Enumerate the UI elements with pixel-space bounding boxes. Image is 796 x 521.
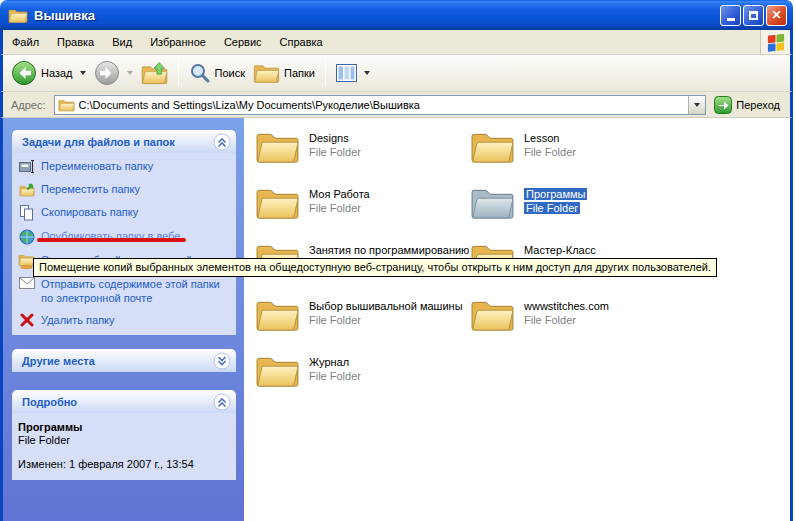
address-input[interactable] [79,97,689,113]
task-publish-folder-web[interactable]: Опубликовать папку в вебе [18,229,232,245]
red-annotation-underline [37,238,186,242]
task-delete-folder[interactable]: Удалить папку [18,313,232,327]
folder-tile[interactable]: Моя РаботаFile Folder [255,184,470,240]
folder-tile[interactable]: DesignsFile Folder [255,128,470,184]
panel-file-tasks: Задачи для файлов и папок Переименовать … [12,130,236,335]
maximize-icon [749,11,758,20]
panel-details-header[interactable]: Подробно [12,390,236,413]
up-button[interactable] [137,58,172,88]
folder-name: Lesson [524,131,576,145]
address-dropdown-button[interactable] [688,96,705,114]
folder-icon-selected [470,184,515,221]
minimize-button[interactable] [720,5,741,26]
panel-title: Другие места [22,355,95,367]
windows-logo [760,30,790,54]
task-label[interactable]: Переименовать папку [41,159,153,173]
folder-name: Мастер-Класс [524,243,596,257]
task-rename-folder[interactable]: Переименовать папку [18,159,232,174]
folder-name: Моя Работа [309,187,370,201]
forward-dropdown-icon[interactable] [127,71,133,75]
folder-icon [255,128,300,165]
views-button[interactable] [332,61,374,85]
menu-view[interactable]: Вид [103,32,141,52]
tooltip: Помещение копий выбранных элементов на о… [33,258,717,277]
file-list-area[interactable]: DesignsFile Folder LessonFile Folder Моя… [244,118,790,521]
views-dropdown-icon[interactable] [364,71,370,75]
back-dropdown-icon[interactable] [80,71,86,75]
menu-favorites[interactable]: Избранное [141,32,215,52]
folder-name: Занятия по программированию [309,243,469,257]
chevron-up-icon[interactable] [213,393,231,411]
menu-file[interactable]: Файл [3,32,48,52]
views-icon [336,64,357,82]
task-label[interactable]: Переместить папку [41,182,140,196]
folders-button[interactable]: Папки [249,59,319,87]
email-icon [18,277,35,289]
menu-tools[interactable]: Сервис [215,32,271,52]
menu-help[interactable]: Справка [271,32,332,52]
back-icon [11,60,37,86]
panel-details: Подробно Программы File Folder Изменен: … [12,390,236,480]
forward-button[interactable] [90,57,137,89]
menu-edit[interactable]: Правка [48,32,103,52]
minimize-icon [727,18,735,21]
folder-type: File Folder [524,145,576,159]
folder-icon [470,296,515,333]
folder-tile[interactable]: wwwstitches.comFile Folder [470,296,685,352]
panel-file-tasks-header[interactable]: Задачи для файлов и папок [12,130,236,153]
folder-icon [470,128,515,165]
folder-icon [255,184,300,221]
folder-tile-selected[interactable]: ПрограммыFile Folder [470,184,685,240]
publish-web-icon [18,229,35,245]
folder-name: Программы [524,188,587,200]
address-box[interactable] [54,95,707,115]
folder-tile[interactable]: Выбор вышивальной машиныFile Folder [255,296,470,352]
go-button[interactable]: Переход [710,95,786,115]
panel-other-places-header[interactable]: Другие места [12,349,236,372]
panel-file-tasks-body: Переименовать папку Переместить папку Ск… [12,153,236,335]
folder-type: File Folder [309,369,361,383]
explorer-window: Вышивка ✕ Файл Правка Вид Избранное Серв… [0,0,793,521]
folder-type: File Folder [309,201,370,215]
task-copy-folder[interactable]: Скопировать папку [18,205,232,221]
close-icon: ✕ [771,9,781,21]
forward-icon [94,60,120,86]
search-button[interactable]: Поиск [185,59,249,87]
maximize-button[interactable] [743,5,764,26]
task-label[interactable]: Удалить папку [41,313,115,327]
rename-folder-icon [18,159,35,174]
task-move-folder[interactable]: Переместить папку [18,182,232,197]
folder-tile[interactable]: ЖурналFile Folder [255,352,470,408]
panel-title: Подробно [22,396,77,408]
task-label[interactable]: Отправить содержимое этой папки по элект… [41,277,232,305]
folder-icon [255,352,300,389]
address-bar: Адрес: Переход [0,92,793,118]
back-button[interactable]: Назад [7,57,90,89]
chevron-down-icon[interactable] [213,352,231,370]
details-modified: Изменен: 1 февраля 2007 г., 13:54 [18,458,230,470]
copy-folder-icon [18,205,35,221]
screen: Вышивка ✕ Файл Правка Вид Избранное Серв… [0,0,796,521]
title-bar[interactable]: Вышивка ✕ [0,0,793,30]
go-label: Переход [736,99,780,111]
back-label: Назад [41,67,73,79]
folder-type: File Folder [524,202,580,214]
folder-tile[interactable]: LessonFile Folder [470,128,685,184]
search-label: Поиск [215,67,245,79]
folder-name: Designs [309,131,361,145]
folder-name: Журнал [309,355,361,369]
close-button[interactable]: ✕ [766,5,787,26]
window-folder-icon [8,7,28,24]
task-email-folder[interactable]: Отправить содержимое этой папки по элект… [18,277,232,305]
folder-name: Выбор вышивальной машины [309,299,463,313]
task-label[interactable]: Скопировать папку [41,205,138,219]
move-folder-icon [18,182,35,197]
folder-type: File Folder [309,313,463,327]
toolbar-separator [325,60,326,86]
address-folder-icon [58,98,75,112]
folder-type: File Folder [309,145,361,159]
folders-icon [253,62,280,84]
chevron-down-icon [694,103,700,107]
panel-details-body: Программы File Folder Изменен: 1 февраля… [12,413,236,480]
chevron-up-icon[interactable] [213,133,231,151]
